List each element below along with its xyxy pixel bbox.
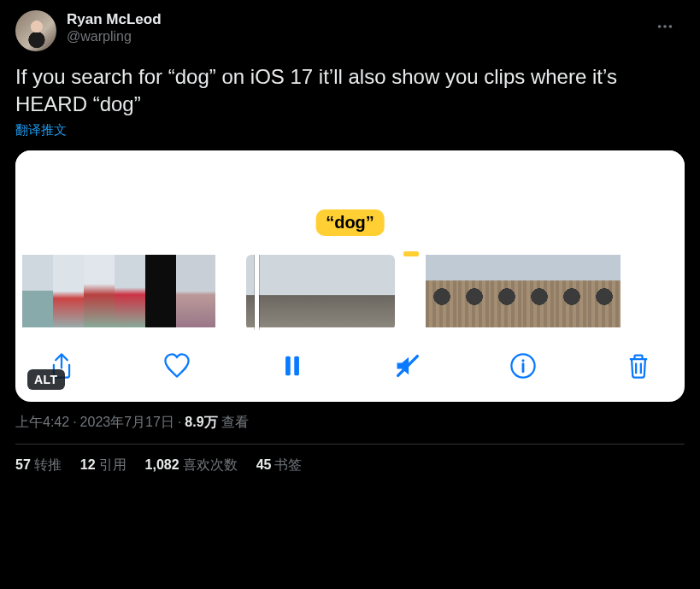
tweet-time: 上午4:42 [15, 415, 69, 429]
tweet-meta[interactable]: 上午4:42·2023年7月17日·8.9万 查看 [15, 414, 685, 445]
mute-button[interactable] [391, 349, 425, 383]
clip-thumb[interactable] [326, 255, 361, 327]
clip-thumb[interactable] [458, 255, 491, 327]
views-label: 查看 [221, 415, 249, 429]
clip-group-1[interactable] [22, 255, 215, 330]
likes-stat[interactable]: 1,082喜欢次数 [145, 456, 238, 474]
retweets-stat[interactable]: 57转推 [15, 456, 62, 474]
like-button[interactable] [160, 349, 194, 383]
tweet-text: If you search for “dog” on iOS 17 it’ll … [15, 63, 685, 119]
video-clips-scrubber[interactable] [15, 236, 685, 330]
tweet-container: Ryan McLeod @warpling If you search for … [0, 0, 700, 589]
clip-thumb[interactable] [361, 255, 395, 327]
clip-thumb[interactable] [176, 255, 215, 327]
clip-thumb[interactable] [523, 255, 556, 327]
bookmarks-stat[interactable]: 45书签 [256, 456, 303, 474]
clip-thumb[interactable] [115, 255, 145, 327]
clip-thumb[interactable] [22, 255, 53, 327]
svg-point-2 [669, 25, 673, 28]
svg-point-1 [663, 25, 667, 28]
svg-rect-3 [285, 356, 291, 375]
alt-text-badge[interactable]: ALT [27, 369, 65, 390]
pause-icon [278, 351, 307, 380]
info-icon [509, 351, 538, 380]
user-handle: @warpling [67, 28, 162, 45]
pause-button[interactable] [275, 349, 309, 383]
playhead-indicator[interactable] [255, 255, 259, 330]
tweet-date: 2023年7月17日 [80, 415, 174, 429]
media-header-area: “dog” [15, 150, 685, 236]
highlight-marker [403, 251, 419, 256]
heart-icon [162, 351, 191, 380]
delete-button[interactable] [621, 349, 656, 383]
user-name-block[interactable]: Ryan McLeod @warpling [67, 10, 162, 45]
info-button[interactable] [506, 349, 540, 383]
volume-mute-icon [393, 351, 422, 380]
quotes-stat[interactable]: 12引用 [80, 456, 126, 474]
translate-tweet-link[interactable]: 翻译推文 [15, 122, 685, 138]
avatar[interactable] [15, 10, 56, 51]
clip-thumb[interactable] [145, 255, 176, 327]
svg-point-7 [521, 359, 524, 362]
clip-thumb[interactable] [84, 255, 115, 327]
tweet-header: Ryan McLeod @warpling [15, 10, 685, 51]
clip-thumb[interactable] [491, 255, 523, 327]
clip-group-3[interactable] [426, 255, 621, 330]
views-count: 8.9万 [185, 415, 217, 429]
clip-thumb[interactable] [426, 255, 458, 327]
svg-point-0 [658, 25, 662, 28]
clip-thumb[interactable] [53, 255, 84, 327]
tweet-stats-row: 57转推 12引用 1,082喜欢次数 45书签 [15, 445, 685, 474]
clip-thumb[interactable] [556, 255, 588, 327]
clip-thumb[interactable] [588, 255, 621, 327]
display-name: Ryan McLeod [67, 10, 162, 28]
more-options-button[interactable] [650, 12, 679, 41]
search-highlight-label: “dog” [315, 209, 385, 236]
clip-thumb[interactable] [258, 255, 292, 327]
clip-group-2-active[interactable] [246, 255, 395, 330]
svg-rect-4 [294, 356, 299, 375]
embedded-media-card[interactable]: “dog” [15, 150, 685, 402]
media-toolbar [15, 330, 685, 390]
clip-thumb[interactable] [292, 255, 326, 327]
trash-icon [624, 351, 653, 380]
